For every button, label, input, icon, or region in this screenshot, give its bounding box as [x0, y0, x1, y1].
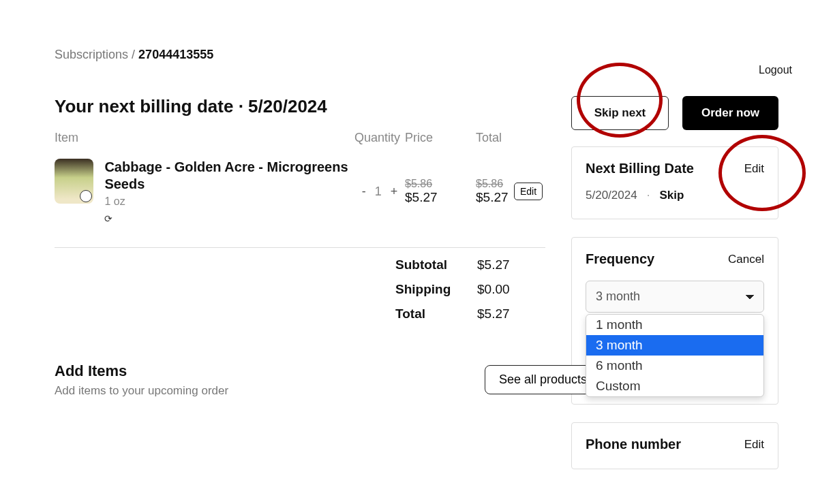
add-items-title: Add Items	[55, 362, 545, 380]
frequency-option-custom[interactable]: Custom	[586, 376, 763, 396]
frequency-option-1-month[interactable]: 1 month	[586, 315, 763, 335]
order-totals: Subtotal $5.27 Shipping $0.00 Total $5.2…	[55, 257, 545, 321]
add-items-desc: Add items to your upcoming order	[55, 384, 545, 398]
product-thumbnail[interactable]	[55, 159, 93, 204]
th-total: Total	[454, 131, 545, 145]
next-billing-title: Next Billing Date	[586, 161, 694, 176]
order-now-button[interactable]: Order now	[682, 96, 778, 130]
breadcrumb: Subscriptions / 27044413555	[55, 48, 778, 62]
breadcrumb-root[interactable]: Subscriptions	[55, 48, 128, 61]
shipping-label: Shipping	[395, 282, 477, 297]
qty-value: 1	[372, 185, 384, 198]
breadcrumb-sep: /	[132, 48, 135, 61]
product-variant: 1 oz	[104, 195, 354, 208]
recurring-icon: ⟳	[104, 213, 354, 224]
th-item: Item	[55, 131, 354, 145]
see-all-products-button[interactable]: See all products	[485, 365, 601, 394]
frequency-panel: Frequency Cancel 3 month 1 month 3 month…	[571, 237, 778, 405]
frequency-select[interactable]: 3 month	[586, 281, 764, 313]
shipping-value: $0.00	[477, 282, 532, 297]
subtotal-label: Subtotal	[395, 257, 477, 272]
line-total-discounted: $5.27	[476, 190, 514, 205]
line-total: $5.86 $5.27	[454, 178, 514, 205]
quantity-stepper: - 1 +	[354, 185, 405, 199]
total-label: Total	[395, 306, 477, 321]
phone-edit-link[interactable]: Edit	[744, 438, 764, 452]
items-table-header: Item Quantity Price Total	[55, 131, 545, 145]
qty-plus-button[interactable]: +	[388, 185, 401, 198]
frequency-title: Frequency	[586, 251, 654, 267]
next-billing-skip-link[interactable]: Skip	[659, 189, 684, 202]
unit-price: $5.86 $5.27	[405, 178, 454, 205]
next-billing-panel: Next Billing Date Edit 5/20/2024 · Skip	[571, 146, 778, 219]
next-billing-heading: Your next billing date · 5/20/2024	[55, 96, 545, 117]
frequency-option-6-month[interactable]: 6 month	[586, 356, 763, 376]
th-qty: Quantity	[354, 131, 405, 145]
phone-title: Phone number	[586, 437, 681, 452]
total-value: $5.27	[477, 306, 532, 321]
line-edit-button[interactable]: Edit	[514, 183, 543, 200]
frequency-option-3-month[interactable]: 3 month	[586, 335, 763, 356]
separator-dot: ·	[647, 189, 650, 202]
qty-minus-button[interactable]: -	[359, 185, 369, 198]
product-title[interactable]: Cabbage - Golden Acre - Microgreens Seed…	[104, 159, 354, 193]
next-billing-edit-link[interactable]: Edit	[744, 162, 764, 176]
th-price: Price	[405, 131, 454, 145]
frequency-cancel-link[interactable]: Cancel	[728, 253, 764, 266]
line-total-original: $5.86	[476, 178, 514, 190]
unit-price-original: $5.86	[405, 178, 454, 190]
unit-price-discounted: $5.27	[405, 190, 454, 205]
skip-next-button[interactable]: Skip next	[571, 96, 669, 130]
subtotal-value: $5.27	[477, 257, 532, 272]
phone-panel: Phone number Edit	[571, 422, 778, 469]
logout-link[interactable]: Logout	[759, 64, 792, 76]
next-billing-date: 5/20/2024	[586, 189, 637, 202]
breadcrumb-current: 27044413555	[138, 48, 213, 61]
add-items-section: Add Items Add items to your upcoming ord…	[55, 362, 545, 398]
frequency-dropdown: 1 month 3 month 6 month Custom	[586, 314, 764, 397]
line-item: Cabbage - Golden Acre - Microgreens Seed…	[55, 159, 545, 248]
